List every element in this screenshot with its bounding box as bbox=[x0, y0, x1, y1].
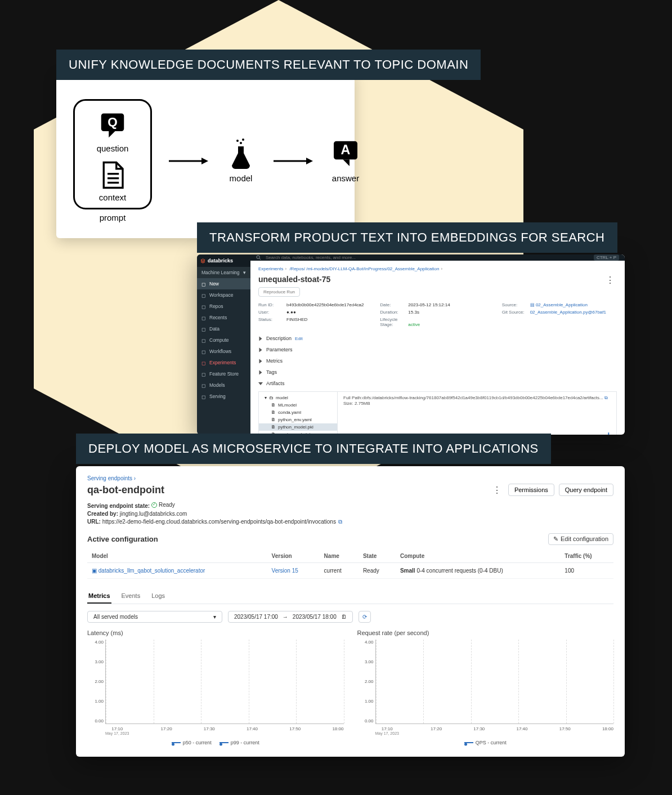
edit-description-link[interactable]: Edit bbox=[295, 336, 303, 341]
section-metrics[interactable]: Metrics bbox=[258, 355, 617, 367]
file-icon: 🗎 bbox=[271, 417, 276, 422]
chevron-down-icon: ▾ bbox=[243, 270, 246, 275]
table-row[interactable]: ▣ databricks_llm_qabot_solution_accelera… bbox=[87, 562, 613, 578]
sidebar-item-label: Repos bbox=[209, 303, 223, 309]
sidebar-item-compute[interactable]: ◻Compute bbox=[197, 334, 250, 346]
calendar-icon: 🗓 bbox=[341, 614, 347, 620]
chevron-right-icon: › bbox=[134, 475, 136, 481]
feature-store-icon: ◻ bbox=[201, 372, 207, 377]
tab-metrics[interactable]: Metrics bbox=[87, 589, 111, 604]
section-description[interactable]: Description Edit bbox=[258, 333, 617, 344]
svg-point-7 bbox=[236, 140, 239, 142]
source-link[interactable]: 02_Assemble_Application bbox=[536, 302, 588, 307]
models-icon: ◻ bbox=[201, 383, 207, 388]
diagram-card: Q question context prompt model A answer bbox=[56, 72, 355, 238]
recents-icon: ◻ bbox=[201, 315, 207, 320]
run-title: unequaled-stoat-75 bbox=[258, 275, 330, 284]
legend-item[interactable]: p50 - current bbox=[172, 740, 212, 745]
banner-unify: UNIFY KNOWLEDGE DOCUMENTS RELEVANT TO TO… bbox=[56, 50, 481, 80]
new-icon: ◻ bbox=[201, 282, 207, 287]
artifact-file[interactable]: 🗎conda.yaml bbox=[259, 409, 337, 416]
sidebar-item-data[interactable]: ◻Data bbox=[197, 323, 250, 334]
query-endpoint-button[interactable]: Query endpoint bbox=[559, 484, 613, 496]
git-source-link[interactable]: 02_Assemble_Application.py@67baf1 bbox=[530, 310, 606, 315]
file-icon: 🗎 bbox=[271, 410, 276, 415]
tabs: Metrics Events Logs bbox=[87, 589, 613, 604]
answer-icon: A bbox=[330, 139, 361, 170]
permissions-button[interactable]: Permissions bbox=[508, 484, 554, 496]
artifacts-pane: ▾🗀model 🗎MLmodel🗎conda.yaml🗎python_env.y… bbox=[258, 391, 617, 435]
experiment-card: databricks Machine Learning▾ ◻New◻Worksp… bbox=[197, 254, 625, 435]
artifact-file[interactable]: 🗎MLmodel bbox=[259, 401, 337, 409]
question-icon: Q bbox=[97, 111, 128, 141]
sidebar-item-label: Recents bbox=[209, 315, 227, 320]
svg-point-8 bbox=[242, 139, 244, 141]
tab-events[interactable]: Events bbox=[120, 589, 142, 604]
sidebar-item-repos[interactable]: ◻Repos bbox=[197, 301, 250, 312]
sidebar-item-experiments[interactable]: ◻Experiments bbox=[197, 357, 250, 368]
datetime-range-picker[interactable]: 2023/05/17 17:00→2023/05/17 18:00 🗓 bbox=[228, 611, 353, 623]
kebab-menu[interactable]: ⋮ bbox=[603, 275, 617, 285]
svg-point-14 bbox=[257, 256, 259, 258]
sidebar-item-serving[interactable]: ◻Serving bbox=[197, 391, 250, 402]
answer-label: answer bbox=[332, 173, 359, 183]
svg-point-9 bbox=[240, 142, 242, 144]
copy-icon[interactable]: ⧉ bbox=[604, 395, 608, 400]
sidebar-mode-select[interactable]: Machine Learning▾ bbox=[197, 267, 250, 278]
context-label: context bbox=[99, 193, 126, 202]
copy-icon[interactable]: ⧉ bbox=[338, 519, 342, 525]
reproduce-run-button[interactable]: Reproduce Run bbox=[258, 287, 300, 297]
artifact-file[interactable]: 🗎python_model.pkl bbox=[259, 423, 337, 431]
artifact-folder[interactable]: ▾🗀model bbox=[259, 394, 337, 401]
tab-logs[interactable]: Logs bbox=[150, 589, 166, 604]
section-parameters[interactable]: Parameters bbox=[258, 344, 617, 355]
global-search-input[interactable] bbox=[266, 255, 589, 260]
pencil-icon: ✎ bbox=[553, 535, 558, 543]
arrow-icon bbox=[169, 155, 208, 167]
sidebar-item-recents[interactable]: ◻Recents bbox=[197, 312, 250, 323]
refresh-icon: ⟳ bbox=[362, 614, 367, 620]
svg-marker-11 bbox=[306, 158, 313, 164]
section-artifacts[interactable]: Artifacts bbox=[258, 378, 617, 389]
artifact-file[interactable]: 🗎python_env.yaml bbox=[259, 416, 337, 423]
sidebar-item-label: Serving bbox=[209, 394, 226, 399]
caret-down-icon: ▾ bbox=[265, 395, 267, 400]
serving-card: Serving endpoints › qa-bot-endpoint ⋮ Pe… bbox=[76, 466, 625, 757]
edit-configuration-button[interactable]: ✎Edit configuration bbox=[548, 533, 613, 545]
document-icon bbox=[97, 160, 128, 190]
served-models-dropdown[interactable]: All served models▾ bbox=[87, 611, 222, 623]
search-icon bbox=[256, 255, 261, 260]
sidebar-item-workspace[interactable]: ◻Workspace bbox=[197, 289, 250, 301]
sidebar-item-label: Data bbox=[209, 326, 219, 332]
top-bar: CTRL + P bbox=[250, 254, 625, 261]
serving-breadcrumb[interactable]: Serving endpoints › bbox=[87, 475, 613, 481]
run-metadata: Run ID:b493db0b00e4225b04e6bde17ed4ca2 D… bbox=[258, 302, 617, 327]
sidebar-item-label: New bbox=[209, 281, 219, 287]
svg-text:A: A bbox=[341, 142, 351, 157]
config-table: ModelVersionNameStateComputeTraffic (%) … bbox=[87, 550, 613, 579]
banner-transform: TRANSFORM PRODUCT TEXT INTO EMBEDDINGS F… bbox=[197, 222, 617, 253]
repos-icon: ◻ bbox=[201, 304, 207, 309]
download-icon[interactable]: ⬇ bbox=[607, 432, 611, 435]
sidebar-item-new[interactable]: ◻New bbox=[197, 278, 250, 289]
model-link[interactable]: ▣ databricks_llm_qabot_solution_accelera… bbox=[87, 562, 267, 578]
svg-line-15 bbox=[259, 258, 261, 260]
latency-chart: Latency (ms) 4.003.002.001.000.00 17:10M… bbox=[87, 629, 344, 745]
sidebar-item-label: Workflows bbox=[209, 349, 231, 354]
legend-item[interactable]: p99 - current bbox=[219, 740, 259, 745]
breadcrumb[interactable]: Experiments› /Repos/ /ml-models/DIY-LLM-… bbox=[258, 266, 617, 271]
kbd-shortcut: CTRL + P bbox=[594, 254, 619, 261]
section-tags[interactable]: Tags bbox=[258, 367, 617, 378]
version-link[interactable]: Version 15 bbox=[267, 562, 320, 578]
experiments-icon: ◻ bbox=[201, 360, 207, 365]
sidebar-item-workflows[interactable]: ◻Workflows bbox=[197, 346, 250, 357]
sidebar: databricks Machine Learning▾ ◻New◻Worksp… bbox=[197, 254, 250, 435]
refresh-button[interactable]: ⟳ bbox=[359, 611, 371, 623]
file-icon: 🗎 bbox=[271, 425, 276, 430]
file-icon: 🗎 bbox=[271, 403, 276, 408]
legend-item[interactable]: QPS - current bbox=[464, 740, 507, 745]
chevron-down-icon: ▾ bbox=[213, 614, 216, 620]
kebab-menu[interactable]: ⋮ bbox=[490, 485, 504, 495]
sidebar-item-feature-store[interactable]: ◻Feature Store bbox=[197, 368, 250, 379]
sidebar-item-models[interactable]: ◻Models bbox=[197, 379, 250, 391]
